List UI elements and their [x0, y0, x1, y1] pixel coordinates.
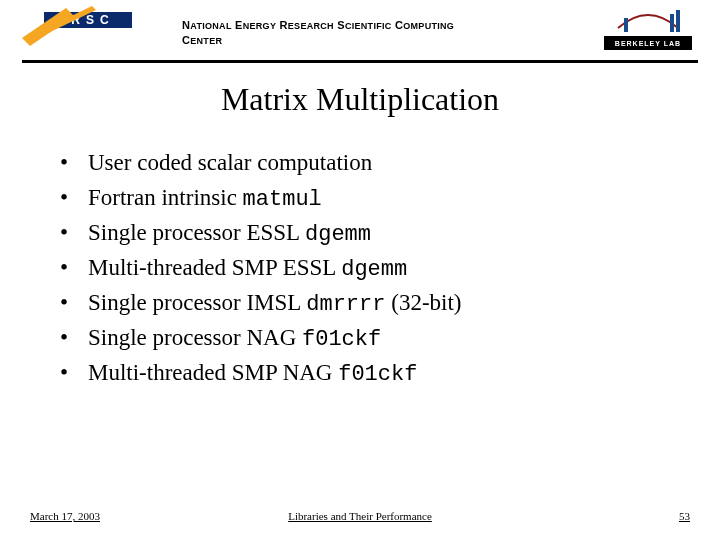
slide: ERSC NATIONAL ENERGY RESEARCH SCIENTIFIC…	[0, 0, 720, 540]
list-item: Multi-threaded SMP NAG f01ckf	[60, 356, 670, 391]
bullet-list: User coded scalar computation Fortran in…	[60, 146, 670, 391]
list-item: Multi-threaded SMP ESSL dgemm	[60, 251, 670, 286]
berkeley-lab-logo: BERKELEY LAB	[598, 0, 698, 58]
svg-rect-5	[676, 10, 680, 32]
header-bar: ERSC NATIONAL ENERGY RESEARCH SCIENTIFIC…	[22, 0, 698, 63]
footer-title: Libraries and Their Performance	[30, 510, 690, 522]
list-item: Single processor ESSL dgemm	[60, 216, 670, 251]
slide-title: Matrix Multiplication	[0, 81, 720, 118]
list-item: Single processor NAG f01ckf	[60, 321, 670, 356]
org-name: NATIONAL ENERGY RESEARCH SCIENTIFIC COMP…	[182, 18, 502, 47]
list-item: Single processor IMSL dmrrrr (32-bit)	[60, 286, 670, 321]
berkeley-lab-text: BERKELEY LAB	[615, 40, 681, 47]
list-item: User coded scalar computation	[60, 146, 670, 181]
svg-rect-4	[670, 14, 674, 32]
nersc-logo: ERSC	[22, 6, 142, 46]
list-item: Fortran intrinsic matmul	[60, 181, 670, 216]
footer-page: 53	[679, 510, 690, 522]
svg-rect-3	[624, 18, 628, 32]
